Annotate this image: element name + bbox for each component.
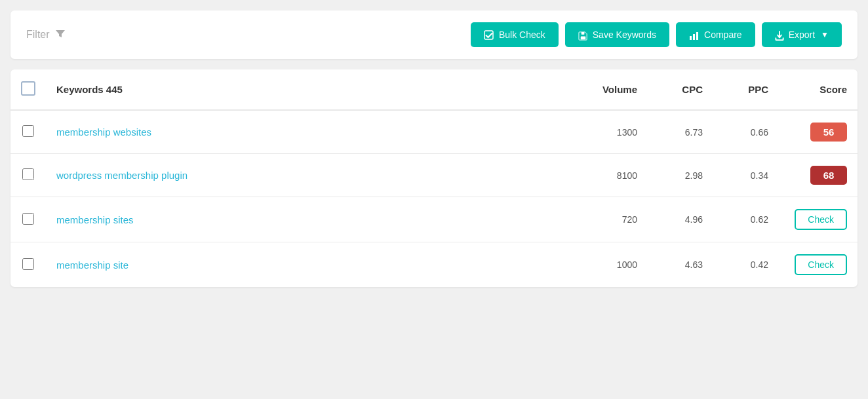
keyword-link[interactable]: membership sites [56, 214, 134, 225]
toolbar-card: Filter Bulk Check [10, 10, 858, 59]
check-score-button[interactable]: Check [795, 254, 847, 275]
filter-icon [55, 28, 66, 41]
export-label: Export [789, 29, 815, 40]
keyword-link[interactable]: membership websites [56, 126, 151, 138]
keywords-table: Keywords 445 Volume CPC PPC Score member… [10, 69, 858, 287]
keyword-cell: membership sites [46, 197, 569, 242]
save-keywords-button[interactable]: Save Keywords [565, 22, 669, 47]
header-keywords: Keywords 445 [46, 69, 569, 110]
export-icon [775, 29, 784, 41]
header-score: Score [779, 69, 858, 110]
volume-cell: 1000 [569, 242, 648, 288]
row-checkbox[interactable] [22, 258, 34, 270]
table-header-row: Keywords 445 Volume CPC PPC Score [10, 69, 858, 110]
save-icon [578, 29, 588, 41]
cpc-cell: 2.98 [648, 154, 713, 197]
ppc-cell: 0.42 [713, 242, 779, 288]
bulk-check-label: Bulk Check [499, 29, 545, 40]
header-ppc: PPC [713, 69, 779, 110]
score-cell: 68 [779, 154, 858, 197]
cpc-cell: 6.73 [648, 110, 713, 154]
compare-icon [689, 29, 700, 41]
svg-rect-1 [581, 36, 586, 39]
row-checkbox-cell [10, 110, 46, 154]
row-checkbox-cell [10, 242, 46, 288]
export-button[interactable]: Export ▼ [762, 22, 842, 47]
svg-rect-2 [581, 32, 584, 35]
table-row: membership websites13006.730.6656 [10, 110, 858, 154]
keyword-cell: membership site [46, 242, 569, 288]
bulk-check-icon [484, 29, 494, 41]
table-scroll-container[interactable]: Keywords 445 Volume CPC PPC Score member… [10, 69, 858, 287]
header-volume: Volume [569, 69, 648, 110]
ppc-cell: 0.62 [713, 197, 779, 242]
table-card: Keywords 445 Volume CPC PPC Score member… [10, 69, 858, 287]
keyword-link[interactable]: wordpress membership plugin [56, 170, 187, 181]
header-checkbox[interactable] [21, 81, 35, 96]
cpc-cell: 4.96 [648, 197, 713, 242]
check-score-button[interactable]: Check [795, 209, 847, 230]
volume-cell: 1300 [569, 110, 648, 154]
save-keywords-label: Save Keywords [593, 29, 656, 40]
volume-cell: 720 [569, 197, 648, 242]
ppc-cell: 0.34 [713, 154, 779, 197]
score-cell: Check [779, 242, 858, 288]
cpc-cell: 4.63 [648, 242, 713, 288]
score-badge: 56 [810, 123, 847, 142]
table-row: wordpress membership plugin81002.980.346… [10, 154, 858, 197]
bulk-check-button[interactable]: Bulk Check [471, 22, 559, 47]
keyword-cell: membership websites [46, 110, 569, 154]
ppc-cell: 0.66 [713, 110, 779, 154]
score-cell: Check [779, 197, 858, 242]
row-checkbox-cell [10, 197, 46, 242]
header-checkbox-cell [10, 69, 46, 110]
volume-cell: 8100 [569, 154, 648, 197]
table-row: membership sites7204.960.62Check [10, 197, 858, 242]
compare-label: Compare [704, 29, 742, 40]
header-cpc: CPC [648, 69, 713, 110]
svg-rect-4 [693, 34, 695, 40]
score-cell: 56 [779, 110, 858, 154]
svg-rect-5 [696, 32, 698, 40]
row-checkbox[interactable] [22, 125, 34, 137]
score-badge: 68 [810, 166, 847, 185]
row-checkbox[interactable] [22, 168, 34, 180]
table-row: membership site10004.630.42Check [10, 242, 858, 288]
export-dropdown-icon: ▼ [821, 30, 829, 39]
filter-label: Filter [26, 28, 66, 41]
toolbar-buttons: Bulk Check Save Keywords [471, 22, 842, 47]
filter-text: Filter [26, 29, 50, 41]
keyword-cell: wordpress membership plugin [46, 154, 569, 197]
row-checkbox[interactable] [22, 213, 34, 225]
keyword-link[interactable]: membership site [56, 259, 128, 271]
svg-rect-3 [690, 36, 692, 40]
compare-button[interactable]: Compare [676, 22, 755, 47]
row-checkbox-cell [10, 154, 46, 197]
